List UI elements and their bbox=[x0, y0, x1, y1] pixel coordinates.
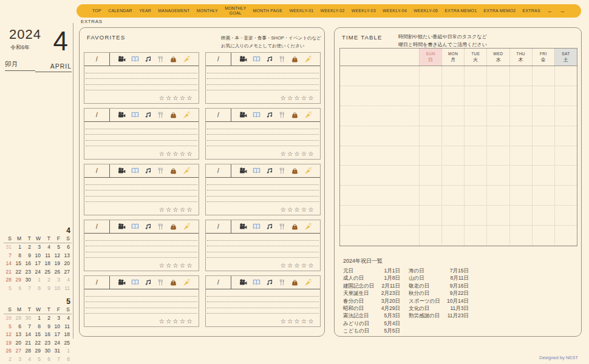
memo-line[interactable] bbox=[207, 135, 319, 141]
memo-line[interactable] bbox=[207, 190, 319, 197]
memo-line[interactable] bbox=[86, 73, 197, 79]
timetable-row[interactable] bbox=[340, 186, 577, 206]
current-page-label: EXTRAS bbox=[81, 19, 103, 24]
nav-tab-weekly-02[interactable]: WEEKLY-02 bbox=[321, 8, 345, 13]
nav-tab-extras[interactable]: EXTRAS bbox=[523, 8, 540, 13]
memo-line[interactable] bbox=[207, 67, 319, 73]
star-rating[interactable]: ☆☆☆☆☆ bbox=[84, 318, 199, 326]
memo-line[interactable] bbox=[86, 246, 197, 252]
timetable-row[interactable] bbox=[340, 86, 577, 106]
nav-tab-year[interactable]: YEAR bbox=[139, 8, 151, 13]
memo-line[interactable] bbox=[86, 179, 197, 185]
holiday-row: こどもの日5月5日 bbox=[343, 327, 469, 334]
timetable-row[interactable] bbox=[340, 226, 577, 246]
memo-line[interactable] bbox=[207, 291, 319, 297]
nav-tab-calendar[interactable]: CALENDAR bbox=[108, 8, 132, 13]
favorite-date-field[interactable]: / bbox=[206, 164, 231, 177]
memo-line[interactable] bbox=[207, 197, 319, 203]
star-rating[interactable]: ☆☆☆☆☆ bbox=[206, 95, 320, 103]
memo-line[interactable] bbox=[207, 185, 319, 191]
memo-line[interactable] bbox=[86, 252, 197, 258]
favorite-card-header: / bbox=[84, 220, 199, 234]
favorite-date-field[interactable]: / bbox=[206, 53, 231, 66]
memo-line[interactable] bbox=[86, 135, 197, 141]
timetable-row[interactable] bbox=[340, 66, 577, 86]
memo-line[interactable] bbox=[86, 197, 197, 203]
memo-line[interactable] bbox=[86, 79, 197, 85]
memo-line[interactable] bbox=[207, 252, 319, 258]
cutlery-icon bbox=[278, 111, 286, 119]
memo-line[interactable] bbox=[207, 235, 319, 241]
timetable-row[interactable] bbox=[340, 106, 577, 126]
favorite-date-field[interactable]: / bbox=[206, 220, 231, 233]
holiday-date: 4月29日 bbox=[376, 305, 400, 312]
memo-line[interactable] bbox=[86, 85, 197, 91]
star-rating[interactable]: ☆☆☆☆☆ bbox=[206, 206, 320, 215]
favorite-date-field[interactable]: / bbox=[84, 220, 110, 233]
favorite-card: /☆☆☆☆☆ bbox=[84, 108, 199, 160]
favorite-date-field[interactable]: / bbox=[84, 53, 110, 66]
memo-line[interactable] bbox=[207, 141, 319, 147]
star-rating[interactable]: ☆☆☆☆☆ bbox=[84, 95, 199, 103]
star-rating[interactable]: ☆☆☆☆☆ bbox=[84, 150, 199, 159]
memo-line[interactable] bbox=[207, 308, 319, 314]
nav-forward-button[interactable]: → bbox=[560, 8, 565, 14]
calendar-day: 5 bbox=[33, 356, 43, 364]
timetable-row[interactable] bbox=[340, 126, 577, 146]
memo-line[interactable] bbox=[207, 85, 319, 91]
favorite-card: /☆☆☆☆☆ bbox=[84, 275, 199, 327]
favorite-date-field[interactable]: / bbox=[84, 276, 110, 289]
favorite-memo-area bbox=[86, 179, 197, 202]
nav-tab-weekly-03[interactable]: WEEKLY-03 bbox=[352, 8, 376, 13]
memo-line[interactable] bbox=[86, 291, 197, 297]
timetable-row[interactable] bbox=[340, 206, 577, 226]
favorite-date-field[interactable]: / bbox=[206, 276, 231, 289]
nav-tab-extra-memo1[interactable]: EXTRA MEMO1 bbox=[444, 8, 477, 13]
nav-tab-extra-memo2[interactable]: EXTRA MEMO2 bbox=[484, 8, 516, 13]
holiday-name bbox=[409, 327, 443, 334]
memo-line[interactable] bbox=[207, 179, 319, 185]
holiday-row: みどりの日5月4日 bbox=[343, 320, 469, 327]
timetable-row[interactable] bbox=[340, 166, 577, 186]
memo-line[interactable] bbox=[86, 308, 197, 314]
nav-tab-monthly[interactable]: MONTHLY bbox=[197, 8, 218, 13]
memo-line[interactable] bbox=[86, 302, 197, 308]
calendar-day: 22 bbox=[33, 339, 43, 348]
memo-line[interactable] bbox=[207, 297, 319, 303]
nav-tab-weekly-01[interactable]: WEEKLY-01 bbox=[289, 8, 313, 13]
memo-line[interactable] bbox=[86, 235, 197, 241]
memo-line[interactable] bbox=[207, 73, 319, 79]
memo-line[interactable] bbox=[86, 129, 197, 135]
memo-line[interactable] bbox=[86, 123, 197, 129]
favorite-date-field[interactable]: / bbox=[206, 109, 231, 121]
nav-tab-weekly-05[interactable]: WEEKLY-05 bbox=[414, 8, 438, 13]
nav-back-button[interactable]: ← bbox=[547, 8, 553, 14]
memo-line[interactable] bbox=[86, 190, 197, 197]
nav-tab-month-page[interactable]: MONTH PAGE bbox=[253, 8, 283, 13]
memo-line[interactable] bbox=[86, 67, 197, 73]
favorite-date-field[interactable]: / bbox=[84, 164, 110, 177]
memo-line[interactable] bbox=[207, 129, 319, 135]
day-column-sat: SAT土 bbox=[554, 49, 577, 66]
party-popper-icon bbox=[304, 278, 312, 286]
nav-tab-top[interactable]: TOP bbox=[92, 8, 101, 13]
memo-line[interactable] bbox=[86, 141, 197, 147]
star-rating[interactable]: ☆☆☆☆☆ bbox=[206, 318, 320, 326]
nav-tab-weekly-04[interactable]: WEEKLY-04 bbox=[383, 8, 407, 13]
star-rating[interactable]: ☆☆☆☆☆ bbox=[206, 262, 320, 271]
memo-line[interactable] bbox=[86, 241, 197, 247]
memo-line[interactable] bbox=[207, 123, 319, 129]
memo-line[interactable] bbox=[207, 79, 319, 85]
memo-line[interactable] bbox=[207, 241, 319, 247]
star-rating[interactable]: ☆☆☆☆☆ bbox=[84, 262, 199, 271]
nav-tab-management[interactable]: MANAGEMENT bbox=[158, 8, 189, 13]
memo-line[interactable] bbox=[207, 246, 319, 252]
favorite-date-field[interactable]: / bbox=[84, 109, 110, 121]
star-rating[interactable]: ☆☆☆☆☆ bbox=[206, 150, 320, 159]
nav-tab-monthly-goal[interactable]: MONTHLY GOAL bbox=[225, 6, 246, 16]
star-rating[interactable]: ☆☆☆☆☆ bbox=[84, 206, 199, 215]
memo-line[interactable] bbox=[86, 185, 197, 191]
memo-line[interactable] bbox=[207, 302, 319, 308]
memo-line[interactable] bbox=[86, 297, 197, 303]
timetable-row[interactable] bbox=[340, 146, 577, 166]
